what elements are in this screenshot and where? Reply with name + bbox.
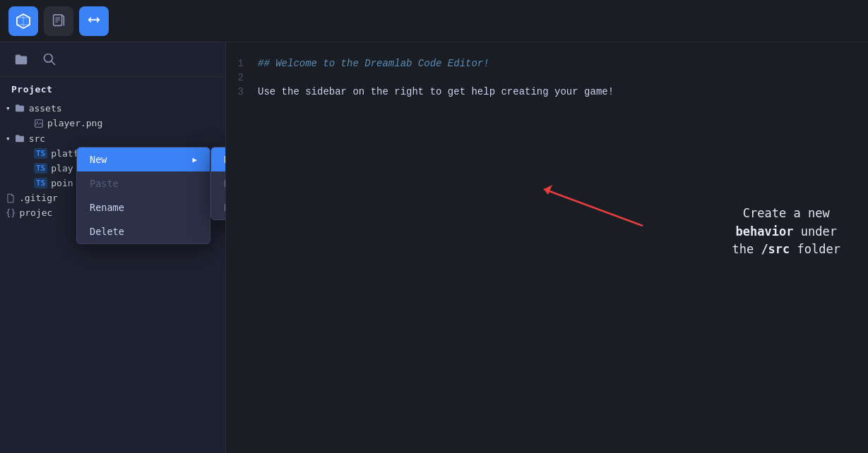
image-icon [34,119,44,128]
toolbar [0,0,868,42]
svg-line-8 [544,189,643,226]
ts-icon-platf: TS [34,148,47,159]
ts-icon-play: TS [34,163,47,174]
annotation-the: the [732,242,761,256]
line-code-1: ## Welcome to the Dreamlab Code Editor! [258,58,489,69]
sub-behavior[interactable]: Behavior [211,147,226,171]
folder-icon-button[interactable] [11,49,31,69]
line-num-1: 1 [226,58,258,69]
annotation-folder: folder [797,242,840,256]
ctx-new-label: New [90,154,107,165]
poin-label: poin [51,178,73,188]
svg-point-7 [37,121,38,123]
annotation: Create a new behavior under the /src fol… [466,162,862,318]
project-label: Project [0,77,225,97]
ctx-paste: Paste [77,171,210,195]
cube-icon [15,13,32,30]
svg-line-5 [52,61,55,65]
toolbar-cube-button[interactable] [8,6,38,36]
annotation-under: under [801,224,837,238]
folder-open-icon [14,102,25,114]
annotation-bold-src: /src [761,242,790,256]
src-folder-icon [14,133,25,144]
ctx-rename[interactable]: Rename [77,195,210,219]
search-icon-button[interactable] [40,49,59,69]
tree-player-png[interactable]: player.png [0,116,225,131]
platf-label: platf [51,148,78,159]
ctx-delete-label: Delete [90,226,124,237]
folder-icon [13,52,29,67]
annotation-line1: Create a new [743,206,830,220]
editor-line-3: 3 Use the sidebar on the right to get he… [226,85,868,99]
ctx-new[interactable]: New ▶ [77,147,210,171]
sub-folder[interactable]: Folder [211,195,226,219]
src-label: src [29,133,45,144]
annotation-text: Create a new behavior under the /src fol… [732,205,840,259]
line-code-3: Use the sidebar on the right to get help… [258,86,614,97]
tree-assets-folder[interactable]: ▾ assets [0,100,225,116]
ctx-new-arrow: ▶ [192,155,197,164]
editor-line-1: 1 ## Welcome to the Dreamlab Code Editor… [226,56,868,71]
main-layout: Project ▾ assets player.png [0,42,868,453]
editor-line-2: 2 [226,71,868,85]
sidebar-header [0,42,225,77]
document-icon [51,13,66,29]
arrows-icon [86,13,102,29]
annotation-arrow-svg [501,162,756,303]
ts-icon-poin: TS [34,178,47,188]
svg-marker-9 [544,185,552,195]
sidebar: Project ▾ assets player.png [0,42,226,453]
annotation-bold-behavior: behavior [736,224,794,238]
line-num-2: 2 [226,72,258,83]
line-num-3: 3 [226,86,258,97]
ctx-paste-label: Paste [90,178,119,189]
toolbar-document-button[interactable] [44,6,73,36]
submenu: Behavior File Folder [210,147,226,220]
search-icon [42,52,57,66]
player-png-label: player.png [47,118,102,128]
tree-src-folder[interactable]: ▾ src [0,131,225,146]
gitignore-label: .gitigr [19,193,58,203]
ctx-delete[interactable]: Delete [77,219,210,243]
editor-area[interactable]: 1 ## Welcome to the Dreamlab Code Editor… [226,42,868,453]
play-label: play [51,163,73,174]
project-json-label: projec [19,207,52,218]
context-menu: New ▶ Paste Rename Delete [76,147,210,244]
ctx-rename-label: Rename [90,202,124,213]
sub-file[interactable]: File [211,171,226,195]
toolbar-arrows-button[interactable] [79,6,109,36]
assets-label: assets [29,103,62,114]
file-icon-gitignore [6,193,16,203]
